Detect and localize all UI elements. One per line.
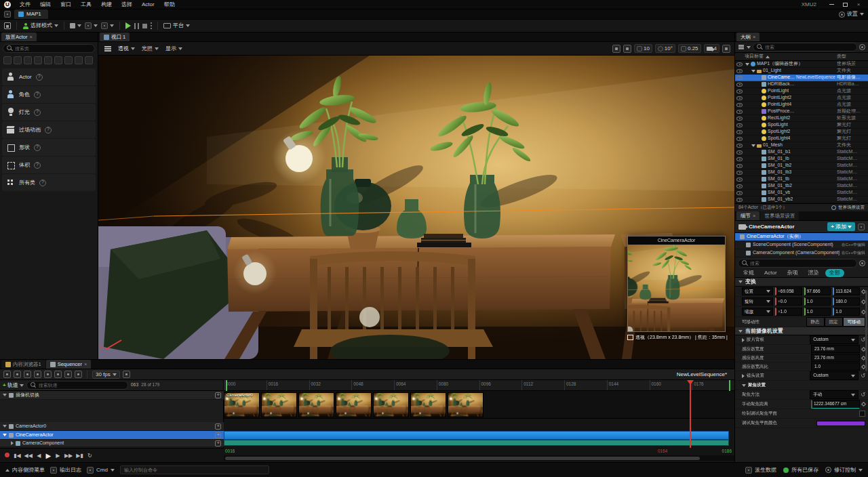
close-tab-icon[interactable] (753, 213, 755, 219)
tab-outliner[interactable]: 大纲 (736, 33, 760, 41)
expand-caret-icon[interactable] (751, 70, 755, 72)
reset-to-default-icon[interactable] (861, 337, 865, 344)
tab-content-browser[interactable]: 内容浏览器1 (1, 360, 45, 369)
rotation-x-field[interactable]: 0.0 (775, 297, 802, 306)
minimize-button[interactable] (825, 0, 838, 9)
outliner-row[interactable]: SM_01_lb3 StaticM… (735, 169, 868, 176)
component-row[interactable]: SceneComponent (SceneComponent) 在C++中编辑 (735, 241, 868, 249)
details-filter-chip[interactable]: 渲染 (804, 269, 823, 277)
loop-button[interactable] (87, 453, 93, 459)
actions-icon[interactable] (44, 371, 52, 378)
menu-item[interactable]: 编辑 (35, 0, 56, 9)
column-type[interactable]: 类型 (837, 54, 868, 60)
visibility-eye-icon[interactable] (736, 89, 743, 94)
perspective-dropdown[interactable]: 透视 (116, 45, 137, 52)
scale-x-field[interactable]: 1.0 (775, 308, 802, 316)
visibility-eye-icon[interactable] (736, 76, 743, 80)
debug-focus-plane-color-swatch[interactable] (816, 421, 865, 426)
camera-speed-control[interactable]: 4 (704, 44, 719, 53)
menu-item[interactable]: 工具 (76, 0, 96, 9)
outliner-row[interactable]: SpotLight 聚光灯 (735, 122, 868, 129)
help-icon[interactable] (39, 180, 46, 186)
sequencer-save-icon[interactable] (3, 371, 11, 378)
lens-select[interactable]: Custom (810, 371, 859, 379)
scale-z-field[interactable]: 1.0 (833, 308, 860, 316)
expand-caret-icon[interactable] (3, 394, 7, 396)
component-row[interactable]: CameraComponent (CameraComponent) 在C++中编… (735, 249, 868, 257)
section-current-camera-settings[interactable]: 当前摄像机设置 (735, 327, 868, 335)
visibility-eye-icon[interactable] (736, 96, 743, 100)
recent-item-9[interactable] (85, 56, 93, 64)
sensor-height-field[interactable]: 23.76 mm (811, 354, 860, 362)
stop-button[interactable] (142, 24, 147, 28)
curve-editor-icon[interactable] (123, 371, 130, 378)
outliner-row[interactable]: MAP1（编辑器世界） 世界场景 (735, 61, 868, 68)
details-filter-chip[interactable]: 杂项 (783, 269, 802, 277)
rotation-z-field[interactable]: 180.0 (833, 297, 860, 306)
filmback-select[interactable]: Custom (810, 335, 859, 344)
details-filter-chip[interactable]: 全部 (825, 269, 844, 277)
visibility-eye-icon[interactable] (736, 178, 743, 182)
focus-distance-keyframe-diamond[interactable] (861, 402, 866, 407)
tab-viewport[interactable]: 视口 1 (100, 33, 130, 41)
surface-snap-icon[interactable] (623, 45, 631, 53)
track-camera-component[interactable]: CameraComponent (0, 440, 224, 447)
level-tab[interactable]: MAP1 (14, 9, 48, 19)
rotation-y-field[interactable]: 1.0 (804, 297, 831, 306)
visibility-eye-icon[interactable] (736, 103, 743, 107)
add-section-button[interactable] (215, 432, 221, 438)
outliner-row[interactable]: SM_01_lb2 StaticM… (735, 163, 868, 169)
mobility-stationary[interactable]: 固定 (825, 317, 843, 326)
playhead[interactable] (690, 380, 691, 448)
details-filter-icon[interactable] (859, 260, 865, 266)
fps-dropdown[interactable]: 30 fps (92, 371, 120, 379)
outliner-row[interactable]: RectLight2 矩形光源 (735, 115, 868, 122)
expand-caret-icon[interactable] (745, 63, 749, 66)
tab-details[interactable]: 细节 (736, 211, 760, 220)
visibility-eye-icon[interactable] (736, 144, 743, 148)
place-category-row[interactable]: 过场动画 (2, 121, 96, 138)
play-button[interactable] (45, 452, 52, 461)
outliner-row[interactable]: SpotLight2 聚光灯 (735, 129, 868, 136)
timeline-scrollbar[interactable] (224, 455, 734, 461)
sequence-name-label[interactable]: NewLevelSequence* (677, 371, 731, 378)
save-button[interactable] (4, 22, 11, 29)
help-icon[interactable] (34, 109, 41, 116)
console-input[interactable] (120, 465, 269, 474)
details-filter-chip[interactable]: 常规 (739, 269, 758, 277)
expand-caret-icon[interactable] (742, 384, 746, 387)
scale-dropdown[interactable]: 缩放 (742, 308, 773, 316)
place-category-row[interactable]: Actor (2, 68, 96, 85)
previous-key-button[interactable] (24, 453, 33, 459)
visibility-eye-icon[interactable] (736, 117, 743, 121)
place-search-input[interactable] (15, 46, 91, 51)
cut-thumbnail[interactable] (373, 392, 409, 417)
location-dropdown[interactable]: 位置 (742, 287, 773, 295)
help-icon[interactable] (45, 127, 52, 133)
outliner-row[interactable]: SM_01_tb2 StaticM… (735, 183, 868, 190)
maximize-viewport-icon[interactable] (722, 45, 730, 53)
add-section-button[interactable] (215, 423, 221, 430)
outliner-row[interactable]: PointLight 点光源 (735, 88, 868, 95)
grid-snap-toggle[interactable]: 10 (634, 44, 652, 53)
location-z-field[interactable]: 113.624 (833, 287, 860, 295)
outliner-row[interactable]: PointLight4 点光源 (735, 102, 868, 108)
details-filter-chip[interactable]: Actor (760, 269, 781, 277)
outliner-row[interactable]: HDRIBack… HDRIBa… (735, 81, 868, 88)
next-key-button[interactable] (64, 453, 73, 459)
menu-item[interactable]: 构建 (96, 0, 117, 9)
play-button[interactable] (125, 22, 131, 29)
output-log-button[interactable]: 输出日志 (50, 467, 81, 474)
draw-debug-focus-plane-checkbox[interactable] (859, 411, 865, 417)
sensor-width-field[interactable]: 23.76 mm (811, 345, 860, 353)
outliner-row[interactable]: 01_Light 文件夹 (735, 68, 868, 75)
content-drawer-button[interactable]: 内容侧滑菜单 (5, 467, 45, 474)
filter-caret-icon[interactable] (747, 46, 751, 49)
add-section-button[interactable] (215, 440, 221, 447)
recent-item-3[interactable] (24, 56, 32, 64)
dock-icon[interactable] (4, 11, 11, 18)
outliner-row[interactable]: SM_01_b1 StaticM… (735, 149, 868, 156)
outliner-row[interactable]: PostProce… 后期处理… (735, 108, 868, 115)
outliner-filter-icon[interactable] (738, 45, 744, 46)
settings-button[interactable]: 设置 (839, 11, 864, 18)
